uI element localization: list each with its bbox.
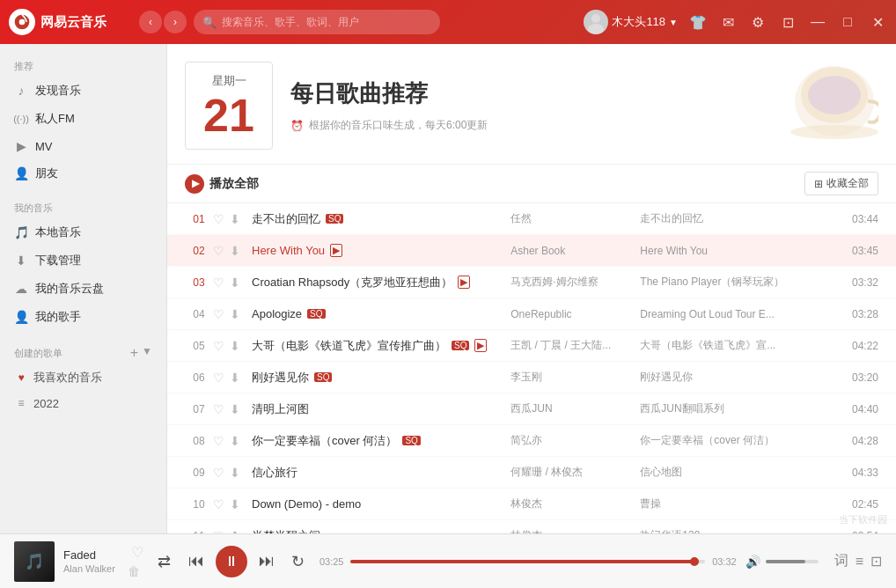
topbar-right: 木大头118 ▼ 👕 ✉ ⚙ ⊡ — □ ✕ [584, 10, 887, 34]
download-song-icon[interactable]: ⬇ [230, 497, 240, 511]
table-row[interactable]: 09 ♡ ⬇ 信心旅行 何耀珊 / 林俊杰 信心地图 04:33 [167, 457, 896, 489]
sidebar-item-mv[interactable]: ▶ MV [0, 133, 166, 159]
download-song-icon[interactable]: ⬇ [230, 339, 240, 353]
sidebar-item-friends[interactable]: 👤 朋友 [0, 159, 166, 187]
like-icon[interactable]: ♡ [213, 434, 224, 448]
shuffle-button[interactable]: ⇄ [152, 549, 177, 574]
like-icon[interactable]: ♡ [213, 276, 224, 290]
mv-tag: ▶ [474, 339, 487, 352]
player-heart-icon[interactable]: ♡ [131, 544, 143, 561]
mv-tag: ▶ [330, 244, 342, 257]
add-playlist-icon[interactable]: + [130, 345, 138, 361]
song-album: 曹操 [640, 496, 834, 511]
table-row[interactable]: 08 ♡ ⬇ 你一定要幸福（cover 何洁） SQ 简弘亦 你一定要幸福（co… [167, 425, 896, 457]
teacup-image [738, 53, 878, 150]
volume-icon[interactable]: 🔊 [745, 555, 760, 569]
like-icon[interactable]: ♡ [213, 402, 224, 416]
download-song-icon[interactable]: ⬇ [230, 434, 240, 448]
volume-bar[interactable] [766, 560, 819, 563]
mini-player-icon[interactable]: ⊡ [870, 553, 882, 570]
username: 木大头118 [612, 14, 665, 30]
like-icon[interactable]: ♡ [213, 244, 224, 258]
song-number: 10 [185, 498, 213, 511]
prev-button[interactable]: ⏮ [184, 549, 209, 574]
screen-icon[interactable]: ⊡ [778, 12, 797, 32]
user-area[interactable]: 木大头118 ▼ [584, 10, 678, 34]
watermark: 当下软件园 [839, 513, 887, 526]
collapse-playlist-icon[interactable]: ▼ [142, 345, 152, 361]
sidebar-item-discover[interactable]: ♪ 发现音乐 [0, 77, 166, 105]
sidebar-item-fm[interactable]: ((·)) 私人FM [0, 105, 166, 133]
sidebar-item-cloud[interactable]: ☁ 我的音乐云盘 [0, 275, 166, 303]
sidebar-item-local[interactable]: 🎵 本地音乐 [0, 218, 166, 246]
search-box[interactable]: 🔍 [194, 10, 440, 34]
download-song-icon[interactable]: ⬇ [230, 244, 240, 258]
song-actions: ♡ ⬇ [213, 212, 252, 226]
playlist-icon[interactable]: ≡ [856, 554, 863, 570]
table-row[interactable]: 11 ♡ ⬇ 半梦半醒之间 林俊杰 热门华语139 02:54 [167, 520, 896, 533]
volume-section: 🔊 [745, 555, 819, 569]
local-label: 本地音乐 [35, 224, 81, 240]
download-song-icon[interactable]: ⬇ [230, 371, 240, 385]
download-song-icon[interactable]: ⬇ [230, 402, 240, 416]
song-artist: Asher Book [510, 245, 640, 257]
song-album: 西瓜JUN翻唱系列 [640, 401, 834, 416]
progress-bar[interactable] [350, 560, 705, 563]
lyrics-icon[interactable]: 词 [834, 552, 848, 570]
song-actions: ♡ ⬇ [213, 466, 252, 480]
svg-point-6 [808, 76, 861, 114]
player-thumb-art: 🎵 [14, 541, 55, 582]
close-icon[interactable]: ✕ [868, 12, 887, 32]
song-duration: 03:45 [834, 245, 878, 257]
play-all-button[interactable]: ▶ 播放全部 [185, 174, 259, 194]
sidebar-item-liked[interactable]: ♥ 我喜欢的音乐 [0, 364, 166, 391]
maximize-icon[interactable]: □ [838, 12, 857, 32]
download-label: 下载管理 [35, 253, 81, 268]
mail-icon[interactable]: ✉ [718, 12, 738, 32]
sidebar-item-2022[interactable]: ≡ 2022 [0, 391, 166, 415]
repeat-button[interactable]: ↻ [286, 549, 311, 574]
song-album: 信心地图 [640, 465, 834, 480]
table-row[interactable]: 01 ♡ ⬇ 走不出的回忆 SQ 任然 走不出的回忆 03:44 [167, 203, 896, 235]
daily-header: 星期一 21 每日歌曲推荐 ⏰ 根据你的音乐口味生成，每天6:00更新 [167, 44, 896, 164]
like-icon[interactable]: ♡ [213, 307, 224, 321]
next-button[interactable]: ⏭ [254, 549, 279, 574]
download-song-icon[interactable]: ⬇ [230, 466, 240, 480]
collect-all-button[interactable]: ⊞ 收藏全部 [804, 172, 878, 195]
play-pause-button[interactable]: ⏸ [216, 546, 247, 577]
player-delete-icon[interactable]: 🗑 [128, 564, 143, 578]
sidebar-item-myartist[interactable]: 👤 我的歌手 [0, 303, 166, 331]
song-number: 05 [185, 340, 213, 352]
settings-icon[interactable]: ⚙ [748, 12, 767, 32]
svg-point-7 [790, 125, 878, 139]
download-song-icon[interactable]: ⬇ [230, 212, 240, 226]
download-song-icon[interactable]: ⬇ [230, 307, 240, 321]
like-icon[interactable]: ♡ [213, 497, 224, 511]
table-row[interactable]: 04 ♡ ⬇ Apologize SQ OneRepublic Dreaming… [167, 298, 896, 330]
like-icon[interactable]: ♡ [213, 466, 224, 480]
minimize-icon[interactable]: — [808, 12, 827, 32]
shirt-icon[interactable]: 👕 [688, 12, 708, 32]
player-bar: 🎵 Faded Alan Walker ♡ 🗑 ⇄ ⏮ ⏸ ⏭ ↻ 03:25 … [0, 533, 896, 588]
table-row[interactable]: 02 ♡ ⬇ Here With You ▶ Asher Book Here W… [167, 235, 896, 267]
table-row[interactable]: 03 ♡ ⬇ Croatian Rhapsody（克罗地亚狂想曲） ▶ 马克西姆… [167, 267, 896, 298]
sidebar-item-download[interactable]: ⬇ 下载管理 [0, 246, 166, 275]
table-row[interactable]: 05 ♡ ⬇ 大哥（电影《铁道飞虎》宣传推广曲） SQ▶ 王凯 / 丁晨 / 王… [167, 330, 896, 362]
like-icon[interactable]: ♡ [213, 339, 224, 353]
song-album: 刚好遇见你 [640, 370, 834, 385]
song-name-text: Apologize [252, 307, 302, 320]
table-row[interactable]: 07 ♡ ⬇ 清明上河图 西瓜JUN 西瓜JUN翻唱系列 04:40 [167, 393, 896, 425]
collect-icon: ⊞ [814, 178, 823, 190]
like-icon[interactable]: ♡ [213, 212, 224, 226]
song-number: 09 [185, 467, 213, 479]
back-button[interactable]: ‹ [139, 11, 162, 33]
table-row[interactable]: 06 ♡ ⬇ 刚好遇见你 SQ 李玉刚 刚好遇见你 03:20 [167, 362, 896, 393]
list-icon: ≡ [14, 396, 28, 410]
song-name: 信心旅行 [252, 465, 510, 481]
table-row[interactable]: 10 ♡ ⬇ Down (Demo) - demo 林俊杰 曹操 02:45 [167, 489, 896, 520]
search-input[interactable] [222, 16, 431, 28]
forward-button[interactable]: › [164, 11, 187, 33]
download-song-icon[interactable]: ⬇ [230, 276, 240, 290]
song-name: 大哥（电影《铁道飞虎》宣传推广曲） SQ▶ [252, 338, 510, 354]
like-icon[interactable]: ♡ [213, 371, 224, 385]
